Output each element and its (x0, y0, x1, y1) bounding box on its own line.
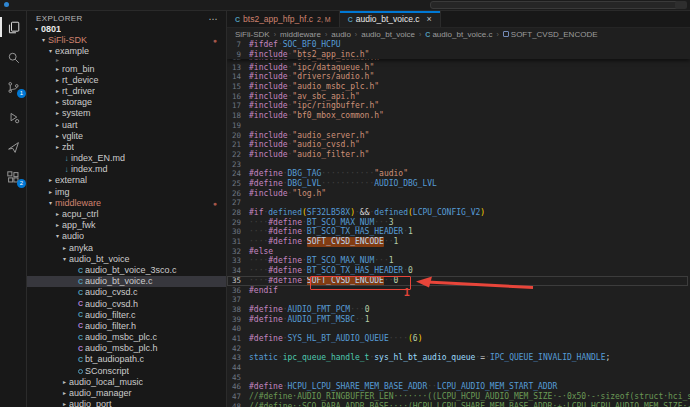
breadcrumb-item[interactable]: Caudio_bt_voice.c (425, 30, 492, 39)
explorer-icon[interactable] (0, 16, 26, 38)
code-line[interactable]: 22#include·"audio_filter.h" (227, 150, 690, 160)
tree-item[interactable]: ▾example (27, 46, 226, 57)
chevron-right-icon: ▸ (53, 97, 62, 108)
code-token: "audio_cvsd.h" (292, 140, 359, 150)
tree-item[interactable]: Caudio_msbc_plc.c (27, 332, 226, 343)
tree-item[interactable]: ▾audio (27, 231, 226, 242)
tree-item[interactable]: ▸audio_port (27, 399, 226, 407)
tree-item[interactable]: ▸app_fwk (27, 220, 226, 231)
tree-item[interactable]: Caudio_msbc_plc.h (27, 343, 226, 354)
breadcrumb-item[interactable]: SOFT_CVSD_ENCODE (503, 30, 598, 39)
source-control-icon[interactable]: 1 (0, 76, 26, 98)
tree-item[interactable]: Caudio_filter.c (27, 310, 226, 321)
code-line[interactable]: 31····#define·SOFT_CVSD_ENCODE··1 (227, 237, 690, 247)
code-token: SYS_HL_BT_AUDIO_QUEUE (288, 334, 389, 344)
code-line[interactable]: 29····#define·BT_SCO_MAX_NUM···3 (227, 218, 690, 228)
code-editor[interactable]: 12#include·"bf0_mbox_common.h"13#include… (227, 40, 690, 407)
code-line[interactable]: 14#include·"drivers/audio.h" (227, 72, 690, 82)
tab-audio-bt-voice[interactable]: C audio_bt_voice.c × (340, 11, 441, 27)
tree-item[interactable]: ↓index_EN.md (27, 153, 226, 164)
command-center[interactable] (430, 1, 680, 9)
code-line[interactable]: 18#include·"bf0_mbox_common.h" (227, 111, 690, 121)
code-line[interactable]: 43static·ipc_queue_handle_t·sys_hl_bt_au… (227, 353, 690, 363)
code-line[interactable]: 40 (227, 324, 690, 334)
tree-item[interactable]: ▸img (27, 187, 226, 198)
code-line[interactable]: 48//#define··SCO_PARA_ADDR_BASE····(HCPU… (227, 402, 690, 407)
code-line[interactable]: 20#include·"audio_server.h" (227, 131, 690, 141)
line-number: 30 (227, 227, 249, 237)
code-line[interactable]: 17#include·"ipc/ringbuffer.h" (227, 101, 690, 111)
code-line[interactable]: 38#define·AUDIO_FMT_PCM···0 (227, 305, 690, 315)
chevron-right-icon: ▸ (53, 75, 62, 86)
code-line[interactable]: 46#define·HCPU_LCPU_SHARE_MEM_BASE_ADDR·… (227, 382, 690, 392)
tree-item[interactable]: ▾audio_bt_voice (27, 254, 226, 265)
code-line[interactable]: 37 (227, 295, 690, 305)
code-line[interactable]: 45 (227, 373, 690, 383)
tree-item[interactable]: ▾middleware● (27, 198, 226, 209)
tree-item[interactable]: ▸rt_device (27, 75, 226, 86)
breadcrumb-item[interactable]: audio (331, 30, 351, 39)
code-line[interactable]: 30····#define·BT_SCO_TX_HAS_HEADER·1 (227, 227, 690, 237)
tree-item[interactable]: ↓index.md (27, 164, 226, 175)
tree-item[interactable]: ▸external (27, 175, 226, 186)
tree-item[interactable]: Caudio_cvsd.c (27, 287, 226, 298)
more-actions-icon[interactable]: ⋯ (209, 14, 218, 24)
tree-item[interactable]: Caudio_filter.h (27, 321, 226, 332)
code-line[interactable]: 33····#define·BT_SCO_MAX_NUM···1 (227, 256, 690, 266)
code-token: BT_SCO_MAX_NUM (307, 218, 374, 228)
search-icon[interactable] (0, 46, 26, 68)
code-line[interactable]: 15#include·"audio_msbc_plc.h" (227, 82, 690, 92)
breadcrumb-item[interactable]: audio_bt_voice (361, 30, 415, 39)
breadcrumb-item[interactable]: middleware (280, 30, 321, 39)
close-icon[interactable]: × (427, 14, 432, 24)
code-line[interactable]: 13#include·"ipc/dataqueue.h" (227, 63, 690, 73)
code-line[interactable]: 16#include·"av_sbc_api.h" (227, 92, 690, 102)
tree-item[interactable]: ▸audio_manager (27, 388, 226, 399)
code-line[interactable]: 41#define·SYS_HL_BT_AUDIO_QUEUE····(6) (227, 334, 690, 344)
tree-item[interactable]: ▸anyka (27, 243, 226, 254)
code-line[interactable]: 9#include·"bts2_app_inc.h" (227, 50, 690, 60)
code-line[interactable]: 21#include·"audio_cvsd.h" (227, 140, 690, 150)
tree-item-label: example (55, 46, 89, 57)
run-debug-icon[interactable] (0, 106, 26, 128)
tree-item[interactable]: ▸uart (27, 120, 226, 131)
tree-item-label: rt_device (62, 75, 99, 86)
code-line[interactable]: 25#define·DBG_LVL···········AUDIO_DBG_LV… (227, 179, 690, 189)
tree-item[interactable]: ▾0801 (27, 24, 226, 35)
tree-item[interactable]: Cbt_audiopath.c (27, 354, 226, 365)
tree-item[interactable]: Caudio_bt_voice.c (27, 276, 226, 287)
window-controls[interactable] (675, 1, 687, 9)
code-line[interactable]: 44 (227, 363, 690, 373)
tree-item[interactable]: Caudio_bt_voice_3sco.c (27, 265, 226, 276)
chevron-down-icon: ▾ (53, 231, 62, 242)
tree-item[interactable]: ▸zbt (27, 142, 226, 153)
code-line[interactable]: 32#else (227, 247, 690, 257)
code-line[interactable]: 19 (227, 121, 690, 131)
chevron-right-icon: ▸ (53, 209, 62, 220)
tab-bts2-app-hfp-hf[interactable]: C bts2_app_hfp_hf.c 2, M (227, 11, 340, 27)
code-line[interactable]: 47//#define·AUDIO_RINGBUFFER_LEN·······(… (227, 392, 690, 402)
remote-target-icon[interactable] (0, 136, 26, 158)
tree-item[interactable]: Caudio_cvsd.h (27, 299, 226, 310)
extensions-icon[interactable]: 2 (0, 166, 26, 188)
tree-item[interactable]: SConscript (27, 366, 226, 377)
code-line[interactable]: 42 (227, 344, 690, 354)
tree-item[interactable]: ▾SiFli-SDK● (27, 35, 226, 46)
code-line[interactable]: 28#if·defined(SF32LB58X)·&&·defined(LCPU… (227, 208, 690, 218)
breadcrumb-item[interactable]: SiFli-SDK (235, 30, 270, 39)
tree-item[interactable]: ▸audio_local_music (27, 377, 226, 388)
tree-item[interactable]: ▸vglite (27, 131, 226, 142)
code-line[interactable]: 24#define·DBG_TAG···········"audio" (227, 169, 690, 179)
tree-item[interactable]: ▸system (27, 108, 226, 119)
tree-item[interactable]: ▸storage (27, 97, 226, 108)
tree-item[interactable]: ▸rt_driver (27, 86, 226, 97)
code-line[interactable]: 26#include·"log.h" (227, 189, 690, 199)
code-token: IPC_QUEUE_INVALID_HANDLE (490, 353, 606, 363)
code-token: #include (249, 82, 288, 92)
code-line[interactable]: 23 (227, 160, 690, 170)
tree-item[interactable]: ▸rom_bin (27, 64, 226, 75)
code-line[interactable]: 27 (227, 198, 690, 208)
tree-item[interactable]: ▸acpu_ctrl (27, 209, 226, 220)
code-line[interactable]: 39#define·AUDIO_FMT_MSBC··1 (227, 315, 690, 325)
code-line[interactable]: 7#ifdef·SOC_BF0_HCPU (227, 40, 690, 50)
